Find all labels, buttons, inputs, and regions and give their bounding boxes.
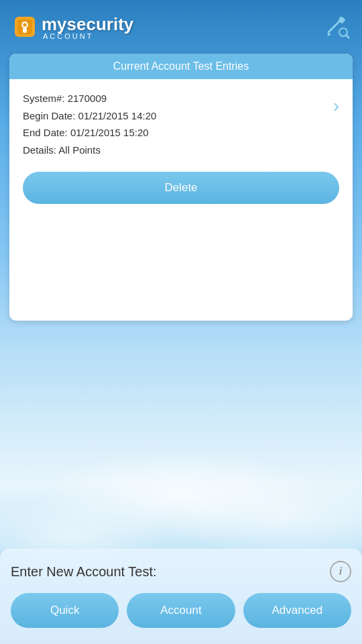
begin-date: Begin Date: 01/21/2015 14:20	[23, 107, 326, 125]
tools-icon[interactable]	[322, 12, 351, 42]
details: Details: All Points	[23, 142, 326, 159]
entry-details: System#: 2170009 Begin Date: 01/21/2015 …	[23, 90, 326, 158]
enter-test-row: Enter New Account Test: i	[11, 561, 351, 582]
system-number: System#: 2170009	[23, 90, 326, 107]
cloud-decoration	[0, 376, 362, 577]
card-header: Current Account Test Entries	[9, 54, 353, 79]
app-header: my security ACCOUNT	[0, 0, 362, 54]
svg-rect-3	[23, 28, 27, 33]
entry-row[interactable]: System#: 2170009 Begin Date: 01/21/2015 …	[23, 90, 339, 158]
account-button[interactable]: Account	[127, 593, 235, 628]
svg-line-5	[328, 21, 339, 32]
info-icon[interactable]: i	[330, 561, 351, 582]
logo-my-text: my	[42, 14, 67, 35]
bottom-buttons: Quick Account Advanced	[11, 593, 351, 628]
card-body: System#: 2170009 Begin Date: 01/21/2015 …	[9, 79, 353, 321]
logo-icon	[11, 13, 39, 41]
chevron-right-icon[interactable]: ›	[333, 97, 339, 115]
logo-security-text: security	[67, 14, 134, 35]
quick-button[interactable]: Quick	[11, 593, 119, 628]
card-header-title: Current Account Test Entries	[113, 60, 249, 72]
delete-button[interactable]: Delete	[23, 172, 339, 204]
end-date: End Date: 01/21/2015 15:20	[23, 124, 326, 142]
advanced-button[interactable]: Advanced	[243, 593, 351, 628]
main-card: Current Account Test Entries System#: 21…	[9, 54, 353, 321]
logo-area: my security ACCOUNT	[11, 13, 133, 41]
svg-line-7	[346, 35, 349, 38]
enter-test-label: Enter New Account Test:	[11, 564, 157, 580]
svg-point-4	[23, 23, 27, 27]
bottom-section: Enter New Account Test: i Quick Account …	[0, 549, 362, 644]
